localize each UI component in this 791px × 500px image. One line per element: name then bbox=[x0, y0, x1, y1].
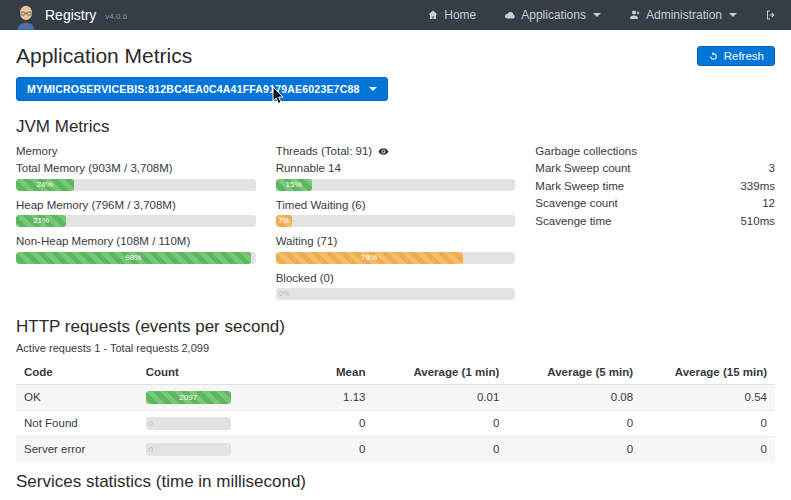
nav-items: Home Applications Administration bbox=[427, 8, 777, 22]
cell-code: Server error bbox=[16, 436, 138, 462]
nav-applications[interactable]: Applications bbox=[504, 8, 601, 22]
blocked-percent: 0% bbox=[279, 289, 291, 298]
nav-home-label: Home bbox=[444, 8, 476, 22]
heap-memory-label: Heap Memory (796M / 3,708M) bbox=[16, 198, 256, 212]
services-statistics-heading: Services statistics (time in millisecond… bbox=[16, 472, 775, 492]
cell-avg5: 0 bbox=[507, 436, 641, 462]
nav-administration[interactable]: Administration bbox=[629, 8, 737, 22]
count-bar: 0 bbox=[146, 417, 149, 430]
instance-selector-dropdown[interactable]: MYMICROSERVICEBIS:812BC4EA0C4A41FFA9179A… bbox=[16, 77, 388, 101]
column-header-code: Code bbox=[16, 360, 138, 385]
users-icon bbox=[629, 9, 641, 21]
refresh-label: Refresh bbox=[724, 50, 764, 62]
column-header-avg1: Average (1 min) bbox=[373, 360, 507, 385]
runnable-bar: 15% bbox=[276, 179, 312, 191]
column-header-count: Count bbox=[138, 360, 275, 385]
cell-count: 0 bbox=[138, 436, 275, 462]
heap-memory-bar: 21% bbox=[16, 215, 66, 227]
total-memory-label: Total Memory (903M / 3,708M) bbox=[16, 161, 256, 175]
waiting-bar: 78% bbox=[276, 252, 463, 264]
refresh-button[interactable]: Refresh bbox=[697, 46, 775, 66]
gc-row: Scavenge count 12 bbox=[535, 196, 775, 210]
runnable-percent: 15% bbox=[286, 180, 302, 189]
nonheap-memory-label: Non-Heap Memory (108M / 110M) bbox=[16, 234, 256, 248]
count-value: 0 bbox=[149, 445, 153, 454]
cell-count: 2097 bbox=[138, 384, 275, 410]
nav-home[interactable]: Home bbox=[427, 8, 476, 22]
column-header-mean: Mean bbox=[275, 360, 374, 385]
sign-out-icon bbox=[765, 9, 777, 21]
cell-avg5: 0.08 bbox=[507, 384, 641, 410]
nonheap-memory-percent: 98% bbox=[125, 253, 141, 262]
nav-applications-label: Applications bbox=[521, 8, 586, 22]
heap-memory-progress: 21% bbox=[16, 215, 256, 227]
count-progress: 0 bbox=[146, 443, 231, 456]
navbar: Registry v4.0.6 Home Applications Admini… bbox=[0, 0, 791, 30]
cloud-icon bbox=[504, 9, 516, 21]
blocked-label: Blocked (0) bbox=[276, 271, 516, 285]
total-memory-progress: 24% bbox=[16, 179, 256, 191]
gc-row: Mark Sweep count 3 bbox=[535, 161, 775, 175]
count-bar: 0 bbox=[146, 443, 149, 456]
http-requests-table: Code Count Mean Average (1 min) Average … bbox=[16, 360, 775, 462]
http-requests-subtitle: Active requests 1 - Total requests 2,099 bbox=[16, 342, 775, 354]
count-progress: 0 bbox=[146, 417, 231, 430]
cell-code: Not Found bbox=[16, 410, 138, 436]
gc-heading: Garbage collections bbox=[535, 144, 775, 158]
cell-avg5: 0 bbox=[507, 410, 641, 436]
count-bar: 2097 bbox=[146, 391, 231, 404]
page-title: Application Metrics bbox=[16, 44, 192, 68]
timed-waiting-bar: 7% bbox=[276, 215, 293, 227]
count-value: 2097 bbox=[179, 393, 197, 402]
runnable-label: Runnable 14 bbox=[276, 161, 516, 175]
total-memory-percent: 24% bbox=[37, 180, 53, 189]
gc-label: Mark Sweep time bbox=[535, 179, 624, 193]
waiting-label: Waiting (71) bbox=[276, 234, 516, 248]
home-icon bbox=[427, 9, 439, 21]
cell-avg15: 0 bbox=[641, 410, 775, 436]
threads-heading: Threads (Total: 91) bbox=[276, 144, 373, 158]
gc-label: Scavenge time bbox=[535, 214, 611, 228]
chevron-down-icon bbox=[593, 13, 601, 17]
nav-administration-label: Administration bbox=[646, 8, 722, 22]
nav-signout[interactable] bbox=[765, 9, 777, 21]
gc-label: Scavenge count bbox=[535, 196, 617, 210]
blocked-bar: 0% bbox=[276, 288, 279, 300]
table-row: Server error 0 0 0 0 0 bbox=[16, 436, 775, 462]
nonheap-memory-progress: 98% bbox=[16, 252, 256, 264]
cell-avg15: 0 bbox=[641, 436, 775, 462]
column-header-avg5: Average (5 min) bbox=[507, 360, 641, 385]
brand[interactable]: Registry v4.0.6 bbox=[14, 1, 127, 30]
main-content: Application Metrics Refresh MYMICROSERVI… bbox=[0, 30, 791, 500]
runnable-progress: 15% bbox=[276, 179, 516, 191]
eye-icon[interactable] bbox=[377, 145, 390, 157]
gc-label: Mark Sweep count bbox=[535, 161, 630, 175]
cell-avg1: 0.01 bbox=[373, 384, 507, 410]
jvm-metrics-grid: Memory Total Memory (903M / 3,708M) 24% … bbox=[16, 142, 775, 307]
memory-column: Memory Total Memory (903M / 3,708M) 24% … bbox=[16, 142, 256, 307]
cell-mean: 0 bbox=[275, 436, 374, 462]
jvm-metrics-heading: JVM Metrics bbox=[16, 117, 775, 137]
gc-value: 3 bbox=[769, 161, 775, 175]
memory-heading: Memory bbox=[16, 144, 256, 158]
gc-value: 12 bbox=[762, 196, 775, 210]
count-progress: 2097 bbox=[146, 391, 231, 404]
http-requests-heading: HTTP requests (events per second) bbox=[16, 317, 775, 337]
refresh-icon bbox=[708, 51, 719, 62]
gc-column: Garbage collections Mark Sweep count 3 M… bbox=[535, 142, 775, 307]
gc-row: Scavenge time 510ms bbox=[535, 214, 775, 228]
heap-memory-percent: 21% bbox=[33, 216, 49, 225]
count-value: 0 bbox=[149, 419, 153, 428]
threads-column: Threads (Total: 91) Runnable 14 15% Time… bbox=[276, 142, 516, 307]
brand-version: v4.0.6 bbox=[105, 12, 127, 21]
table-header-row: Code Count Mean Average (1 min) Average … bbox=[16, 360, 775, 385]
timed-waiting-percent: 7% bbox=[278, 216, 290, 225]
waiting-percent: 78% bbox=[361, 253, 377, 262]
chevron-down-icon bbox=[369, 87, 377, 91]
cell-mean: 0 bbox=[275, 410, 374, 436]
cell-avg1: 0 bbox=[373, 436, 507, 462]
column-header-avg15: Average (15 min) bbox=[641, 360, 775, 385]
chevron-down-icon bbox=[729, 13, 737, 17]
total-memory-bar: 24% bbox=[16, 179, 74, 191]
cell-avg15: 0.54 bbox=[641, 384, 775, 410]
